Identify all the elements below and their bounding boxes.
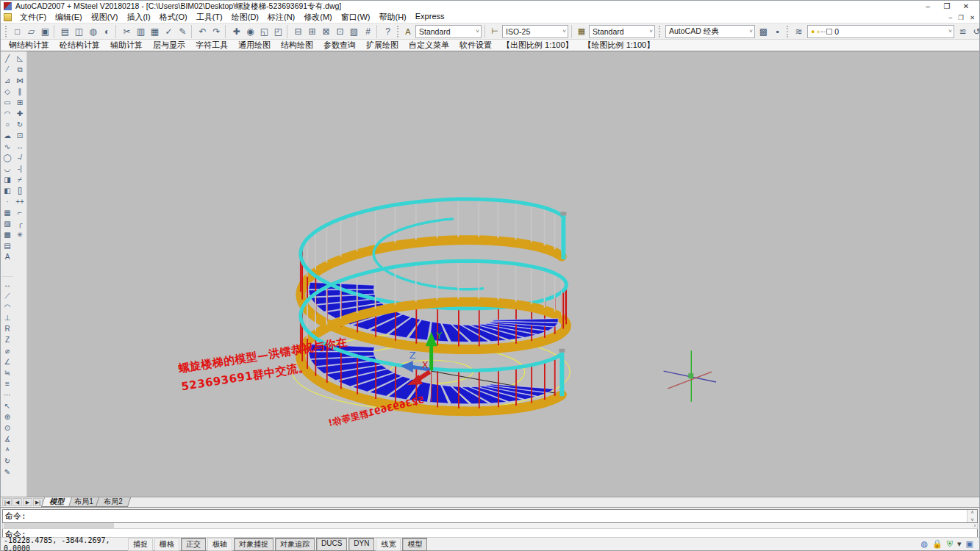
command-history[interactable]: 命令: [3,510,967,522]
menu-item-3[interactable]: 插入(I) [122,12,154,23]
circle[interactable]: ○ [1,119,13,130]
arc-length[interactable]: ◠ [1,301,13,312]
make-layer-current-icon[interactable]: ≌ [956,25,970,38]
menu-item-0[interactable]: 文件(F) [15,12,51,23]
layer-properties-icon[interactable]: ≋ [792,25,806,38]
hatch[interactable]: ▦ [1,207,13,218]
status-toggle-model-space[interactable]: 模型 [402,538,427,551]
ellipse[interactable]: ◯ [1,152,13,163]
mstee-menu-8[interactable]: 扩展绘图 [361,40,404,51]
ellipse-arc[interactable]: ◡ [1,163,13,174]
open[interactable]: ▱ [24,25,38,38]
ordinate[interactable]: ⊥ [1,312,13,323]
menu-item-11[interactable]: Express [411,12,449,23]
mstee-menu-6[interactable]: 结构绘图 [276,40,318,51]
reference[interactable]: ▧ [347,25,361,38]
toolbar-lock[interactable]: 🔒 [932,539,943,549]
radius[interactable]: R [1,323,13,334]
copy-object[interactable]: ⧉ [14,64,26,75]
insert-block[interactable]: ◨ [1,174,13,185]
dbconnect[interactable]: ⊡ [333,25,347,38]
erase[interactable]: ◺ [14,53,26,64]
help[interactable]: ? [381,25,395,38]
tab-nav-0[interactable]: |◀ [2,498,12,506]
coordinates-readout[interactable]: -18228.4785, -3844.2697, 0.0000 [4,536,127,551]
close-button[interactable]: ✕ [962,2,970,10]
explode[interactable]: ✳ [14,229,26,240]
diameter[interactable]: ⌀ [1,345,13,356]
table[interactable]: ▤ [1,240,13,251]
tab-model[interactable]: 模型 [41,497,72,507]
mstee-menu-5[interactable]: 通用绘图 [233,40,276,51]
baseline[interactable]: ≡ [1,378,13,389]
toolbar-grip[interactable] [787,26,790,37]
stretch[interactable]: ↔ [14,141,26,152]
command-vertical-scrollbar[interactable]: ˄ ˅ [967,510,977,522]
zoom-previous[interactable]: ◰ [271,25,285,38]
region[interactable]: ▩ [1,229,13,240]
status-toggle-lwt[interactable]: 线宽 [376,538,401,551]
status-toggle-polar[interactable]: 极轴 [207,538,232,551]
markup-set-manager[interactable]: ⊠ [319,25,333,38]
scroll-down-icon[interactable]: ˅ [970,517,973,522]
extend[interactable]: -| [14,163,26,174]
menu-item-7[interactable]: 标注(N) [263,12,299,23]
chamfer[interactable]: ⌐ [14,207,26,218]
multiline-text[interactable]: A [1,251,13,262]
offset[interactable]: ∥ [14,86,26,97]
status-toggle-grid[interactable]: 栅格 [154,538,179,551]
mstee-menu-1[interactable]: 砼结构计算 [54,40,105,51]
scrollbar-thumb[interactable] [4,523,114,528]
plot-scale-label[interactable]: 【出图比例 1:100】 [497,40,579,51]
restore-button[interactable]: ❐ [943,2,951,10]
menu-item-4[interactable]: 格式(O) [155,12,192,23]
menu-item-5[interactable]: 工具(T) [192,12,227,23]
menu-item-1[interactable]: 编辑(E) [51,12,87,23]
communication-center[interactable]: ◍ [920,539,928,549]
dimension-edit[interactable]: ∡ [1,433,13,444]
mstee-menu-4[interactable]: 字符工具 [190,40,233,51]
menu-item-9[interactable]: 窗口(W) [337,12,375,23]
undo[interactable]: ↶ [196,25,210,38]
publish[interactable]: ◐ [100,25,114,38]
zoom-realtime[interactable]: ◉ [243,25,257,38]
sheet-set-manager[interactable]: ⊟ [291,25,305,38]
layer-previous-icon[interactable]: ↺ [970,25,980,38]
plot[interactable]: ▤ [58,25,72,38]
break[interactable]: [] [14,185,26,196]
angular[interactable]: ∠ [1,356,13,367]
doc-close-button[interactable]: ✕ [970,14,975,21]
status-toggle-dyn[interactable]: DYN [348,538,374,551]
fillet[interactable]: ╭ [14,218,26,229]
tolerance[interactable]: ⊕ [1,411,13,422]
cut[interactable]: ✂ [120,25,134,38]
break-at-point[interactable]: ⌿ [14,174,26,185]
new[interactable]: □ [10,25,24,38]
mstee-menu-9[interactable]: 自定义菜单 [404,40,454,51]
table-style-combo[interactable]: Standard ˅ [589,25,655,38]
pan[interactable]: ✚ [229,25,243,38]
edit-block[interactable]: ✎ [176,25,190,38]
dim-style-combo[interactable]: ISO-25 ˅ [502,25,568,38]
workspace-combo[interactable]: AutoCAD 经典 ˅ [665,25,755,38]
toolbar-grip[interactable] [5,26,8,37]
construction-line[interactable]: ⁄ [1,64,13,75]
mstee-menu-3[interactable]: 层与显示 [148,40,190,51]
command-horizontal-scrollbar[interactable]: › [2,523,978,529]
quick-calc[interactable]: # [361,25,375,38]
polygon[interactable]: ◇ [1,86,13,97]
dimension-style[interactable]: ✎ [1,467,13,478]
status-toggle-ducs[interactable]: DUCS [316,538,347,551]
workspace-settings-icon[interactable]: ▩ [757,25,770,38]
quick-leader[interactable]: ↖ [1,400,13,411]
mstee-menu-10[interactable]: 软件设置 [454,40,497,51]
aligned-dimension[interactable]: ⟋ [1,290,13,301]
arc[interactable]: ◠ [1,108,13,119]
center-mark[interactable]: ⊙ [1,422,13,433]
status-toggle-snap[interactable]: 捕捉 [128,538,153,551]
tool-palettes[interactable]: ⊞ [305,25,319,38]
menu-item-2[interactable]: 视图(V) [87,12,123,23]
paste[interactable]: ▦ [148,25,162,38]
toolbar-grip[interactable] [397,26,400,37]
point[interactable]: · [1,196,13,207]
